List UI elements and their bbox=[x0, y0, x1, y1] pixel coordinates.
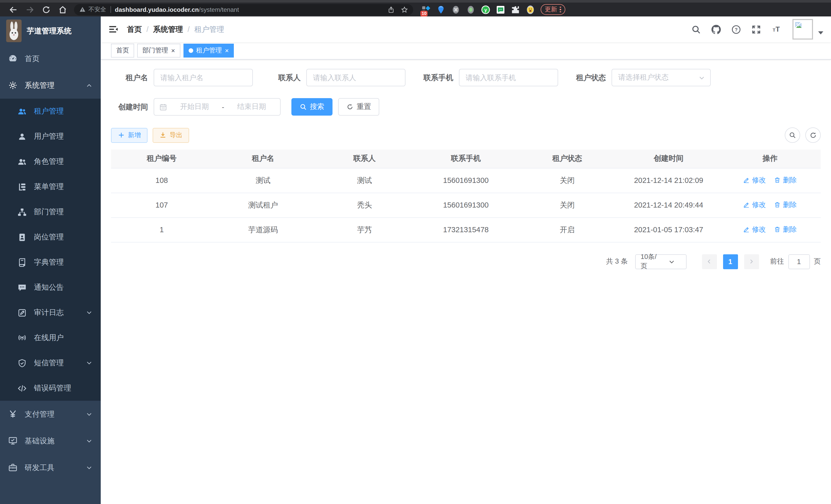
tenants-icon bbox=[18, 107, 27, 116]
tab-tenant-management[interactable]: 租户管理× bbox=[183, 44, 234, 58]
sidebar-item-infrastructure[interactable]: 基础设施 bbox=[0, 427, 101, 454]
extension-chat-icon[interactable] bbox=[496, 5, 505, 14]
profile-avatar-icon[interactable] bbox=[526, 5, 535, 14]
toggle-search-button[interactable] bbox=[785, 127, 800, 143]
chevron-down-icon bbox=[86, 438, 92, 444]
help-icon[interactable]: ? bbox=[731, 24, 741, 34]
chevron-down-icon bbox=[661, 258, 682, 265]
browser-url-bar[interactable]: 不安全 dashboard.yudao.iocoder.cn /system/t… bbox=[74, 4, 413, 15]
page-number-1[interactable]: 1 bbox=[723, 254, 738, 269]
extension-balloon-icon[interactable] bbox=[436, 5, 446, 14]
extension-command-icon[interactable]: ⌘ bbox=[451, 5, 460, 14]
sidebar-item-menu-management[interactable]: 菜单管理 bbox=[0, 174, 101, 199]
goto-page-input[interactable] bbox=[788, 254, 810, 269]
create-time-range-picker[interactable]: 开始日期 - 结束日期 bbox=[154, 98, 281, 116]
url-domain[interactable]: dashboard.yudao.iocoder.cn bbox=[115, 6, 199, 13]
fullscreen-icon[interactable] bbox=[751, 24, 761, 34]
browser-tab-strip bbox=[0, 0, 831, 3]
delete-link[interactable]: 删除 bbox=[774, 200, 797, 210]
prev-page-button[interactable] bbox=[702, 254, 717, 269]
tenant-name-input[interactable] bbox=[154, 69, 253, 86]
breadcrumb-item[interactable]: 系统管理 bbox=[153, 24, 183, 34]
extensions-row: 10 ⌘ y 更新 bbox=[422, 4, 565, 15]
browser-update-button[interactable]: 更新 bbox=[541, 4, 565, 15]
page-size-value: 10条/页 bbox=[640, 252, 661, 271]
url-path[interactable]: /system/tenant bbox=[199, 6, 239, 13]
share-icon[interactable] bbox=[388, 6, 395, 13]
cell-contact: 测试 bbox=[314, 168, 415, 192]
sidebar-item-dict-management[interactable]: 字典管理 bbox=[0, 250, 101, 275]
reset-button[interactable]: 重置 bbox=[338, 98, 379, 116]
delete-link[interactable]: 删除 bbox=[774, 225, 797, 234]
browser-back-icon[interactable] bbox=[9, 5, 18, 14]
browser-forward-icon[interactable] bbox=[25, 5, 34, 14]
sidebar-item-system-management[interactable]: 系统管理 bbox=[0, 72, 101, 99]
sidebar-item-error-code-management[interactable]: 错误码管理 bbox=[0, 376, 101, 401]
tab-label: 首页 bbox=[116, 46, 129, 55]
dev-tools-icon bbox=[8, 463, 18, 472]
edit-link[interactable]: 修改 bbox=[743, 176, 766, 185]
sidebar-item-audit-log[interactable]: 审计日志 bbox=[0, 300, 101, 325]
svg-text:T: T bbox=[773, 27, 775, 32]
avatar-dropdown-caret-icon[interactable] bbox=[818, 31, 823, 34]
contact-input[interactable] bbox=[306, 69, 405, 86]
sidebar-item-dev-tools[interactable]: 研发工具 bbox=[0, 454, 101, 481]
edit-icon bbox=[743, 202, 750, 208]
add-button[interactable]: 新增 bbox=[111, 128, 147, 143]
github-icon[interactable] bbox=[711, 24, 721, 34]
search-button[interactable]: 搜索 bbox=[291, 98, 333, 116]
edit-link[interactable]: 修改 bbox=[743, 225, 766, 234]
tenant-status-select[interactable]: 请选择租户状态 bbox=[611, 69, 711, 86]
sidebar-item-label: 基础设施 bbox=[25, 436, 86, 446]
user-avatar[interactable] bbox=[793, 19, 813, 39]
extension-yudao-icon[interactable]: y bbox=[481, 5, 490, 14]
next-page-button[interactable] bbox=[744, 254, 759, 269]
delete-link[interactable]: 删除 bbox=[774, 176, 797, 185]
sidebar-item-tenant-management[interactable]: 租户管理 bbox=[0, 99, 101, 124]
tab-dept-management[interactable]: 部门管理× bbox=[137, 44, 180, 58]
page-size-select[interactable]: 10条/页 bbox=[635, 254, 686, 269]
edit-link[interactable]: 修改 bbox=[743, 200, 766, 210]
sidebar-fold-icon[interactable] bbox=[109, 24, 119, 34]
sidebar-item-user-management[interactable]: 用户管理 bbox=[0, 124, 101, 149]
extensions-puzzle-icon[interactable] bbox=[511, 5, 520, 14]
extension-tab-manager-icon[interactable]: 10 bbox=[422, 5, 431, 14]
sidebar-item-online-users[interactable]: 在线用户 bbox=[0, 325, 101, 350]
app-logo-row[interactable]: 芋道管理系统 bbox=[0, 17, 101, 45]
browser-menu-icon[interactable] bbox=[560, 7, 561, 12]
header-search-icon[interactable] bbox=[691, 24, 701, 34]
start-date-placeholder[interactable]: 开始日期 bbox=[171, 102, 218, 112]
cell-name: 测试租户 bbox=[212, 192, 314, 217]
export-button[interactable]: 导出 bbox=[153, 128, 189, 143]
sidebar-item-label: 租户管理 bbox=[34, 106, 92, 116]
tab-close-icon[interactable]: × bbox=[225, 47, 229, 54]
sidebar-item-home[interactable]: 首页 bbox=[0, 45, 101, 72]
sidebar-item-dept-management[interactable]: 部门管理 bbox=[0, 199, 101, 225]
delete-icon bbox=[774, 226, 781, 233]
column-header: 租户编号 bbox=[111, 149, 212, 168]
sidebar-item-sms-management[interactable]: 短信管理 bbox=[0, 350, 101, 376]
breadcrumb-item[interactable]: 首页 bbox=[127, 24, 142, 34]
bookmark-star-icon[interactable] bbox=[401, 6, 408, 13]
cell-name: 芋道源码 bbox=[212, 217, 314, 242]
sidebar-item-post-management[interactable]: 岗位管理 bbox=[0, 225, 101, 250]
tab-close-icon[interactable]: × bbox=[171, 47, 175, 54]
delete-label: 删除 bbox=[783, 176, 797, 185]
sidebar-item-role-management[interactable]: 角色管理 bbox=[0, 149, 101, 174]
browser-home-icon[interactable] bbox=[58, 5, 67, 14]
cell-contact: 秃头 bbox=[314, 192, 415, 217]
security-label[interactable]: 不安全 bbox=[88, 6, 106, 13]
breadcrumb-separator: / bbox=[146, 25, 148, 33]
insecure-warning-icon[interactable] bbox=[79, 6, 86, 13]
extension-gray-circle-icon[interactable] bbox=[466, 5, 476, 14]
edit-label: 修改 bbox=[752, 225, 766, 234]
mobile-input[interactable] bbox=[459, 69, 558, 86]
sidebar-item-notice-announcement[interactable]: 通知公告 bbox=[0, 275, 101, 300]
end-date-placeholder[interactable]: 结束日期 bbox=[228, 102, 275, 112]
tab-home[interactable]: 首页 bbox=[111, 44, 134, 58]
calendar-icon bbox=[159, 103, 167, 111]
sidebar-item-payment-management[interactable]: 支付管理 bbox=[0, 401, 101, 427]
refresh-button[interactable] bbox=[805, 127, 821, 143]
font-size-icon[interactable]: TT bbox=[771, 24, 781, 34]
browser-reload-icon[interactable] bbox=[41, 5, 51, 14]
